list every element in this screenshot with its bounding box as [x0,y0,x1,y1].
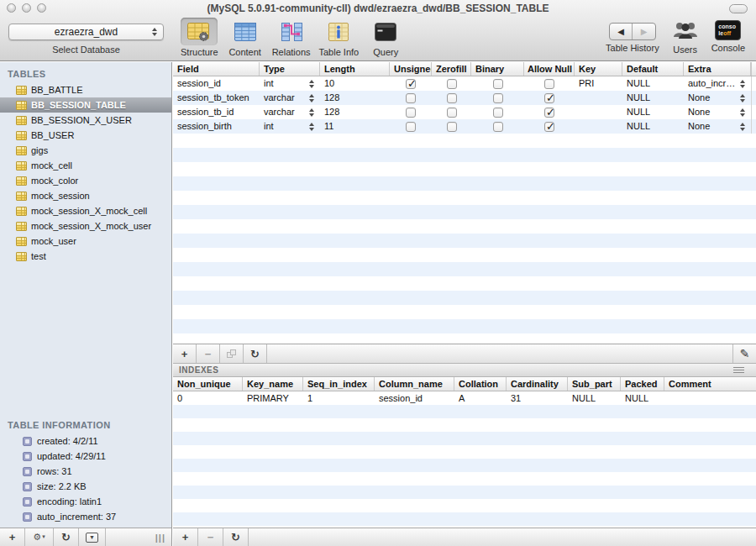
column-header-length[interactable]: Length [320,62,390,76]
extra-stepper[interactable] [740,80,745,88]
unsigned-checkbox[interactable] [406,122,416,132]
sidebar-table-item[interactable]: gigs [0,143,171,158]
field-row[interactable]: session_tb_tokenvarchar128NULLNone [173,91,756,105]
zerofill-checkbox[interactable] [447,93,457,103]
sidebar-table-item[interactable]: mock_cell [0,158,171,173]
add-index-button[interactable]: + [173,528,198,546]
sidebar-table-item[interactable]: BB_BATTLE [0,82,171,97]
add-field-button[interactable]: + [173,344,197,363]
binary-checkbox[interactable] [493,122,503,132]
field-row[interactable]: session_birthint11NULLNone [173,119,756,134]
extra-cell[interactable]: None [684,119,751,134]
field-name-cell[interactable]: session_tb_id [173,105,260,119]
table-actions-gear-button[interactable]: ⚙ [25,528,54,546]
tab-structure[interactable]: Structure [176,18,223,57]
sidebar-resize-grip[interactable]: ||| [155,533,171,543]
refresh-fields-button[interactable]: ↻ [244,344,267,363]
refresh-indexes-button[interactable]: ↻ [223,528,249,546]
type-cell[interactable]: varchar [260,91,320,105]
duplicate-field-button[interactable] [220,344,244,363]
field-row[interactable]: session_tb_idvarchar128NULLNone [173,105,756,119]
allow-null-checkbox[interactable] [544,93,554,103]
default-cell[interactable]: NULL [622,76,684,91]
allow-null-checkbox[interactable] [544,108,554,118]
type-stepper[interactable] [309,123,314,131]
type-cell[interactable]: int [260,76,320,91]
type-stepper[interactable] [309,94,314,102]
index-row[interactable]: 0PRIMARY1session_idA31NULLNULL [173,391,756,405]
console-tool[interactable]: conso leoff Console [706,18,751,53]
index-header-column-name[interactable]: Column_name [375,377,454,391]
sidebar-table-item[interactable]: mock_user [0,234,171,249]
index-header-collation[interactable]: Collation [454,377,507,391]
indexes-menu-icon[interactable] [733,365,744,375]
column-header-key[interactable]: Key [575,62,622,76]
zerofill-checkbox[interactable] [447,122,457,132]
tab-relations[interactable]: Relations [268,18,315,57]
zerofill-checkbox[interactable] [447,79,457,89]
extra-cell[interactable]: None [684,91,751,105]
field-name-cell[interactable]: session_birth [173,119,260,134]
extra-cell[interactable]: auto_incr… [684,76,751,91]
tab-query[interactable]: Query [363,18,408,57]
index-header-packed[interactable]: Packed [621,377,664,391]
length-cell[interactable]: 128 [320,91,390,105]
remove-index-button[interactable]: − [198,528,223,546]
allow-null-checkbox[interactable] [544,79,554,89]
type-stepper[interactable] [309,108,314,117]
field-row[interactable]: session_idint10PRINULLauto_incr… [173,76,756,91]
toggle-console-drawer-button[interactable]: ▼ [79,528,106,546]
default-cell[interactable]: NULL [622,105,684,119]
default-cell[interactable]: NULL [622,91,684,105]
length-cell[interactable]: 11 [320,119,390,134]
users-tool[interactable]: Users [665,18,706,55]
default-cell[interactable]: NULL [622,119,684,134]
column-header-default[interactable]: Default [622,62,684,76]
index-header-cardinality[interactable]: Cardinality [507,377,568,391]
binary-checkbox[interactable] [493,93,503,103]
column-header-field[interactable]: Field [173,62,260,76]
sidebar-table-item[interactable]: mock_session_X_mock_cell [0,203,171,218]
database-select[interactable]: ezraezra_dwd [8,24,164,40]
length-cell[interactable]: 10 [320,76,390,91]
sidebar-table-item[interactable]: BB_SESSION_X_USER [0,113,171,128]
history-forward-button[interactable]: ▶ [633,24,655,39]
length-cell[interactable]: 128 [320,105,390,119]
field-name-cell[interactable]: session_id [173,76,260,91]
history-back-button[interactable]: ◀ [610,24,633,39]
extra-stepper[interactable] [740,94,745,102]
sidebar-table-item[interactable]: test [0,249,171,264]
sidebar-table-item[interactable]: mock_session [0,188,171,203]
extra-cell[interactable]: None [684,105,751,119]
index-header-seq-in-index[interactable]: Seq_in_index [303,377,375,391]
column-header-extra[interactable]: Extra [684,62,751,76]
field-name-cell[interactable]: session_tb_token [173,91,260,105]
sidebar-table-item[interactable]: BB_USER [0,128,171,143]
type-stepper[interactable] [309,80,314,88]
refresh-tables-button[interactable]: ↻ [54,528,79,546]
index-header-non-unique[interactable]: Non_unique [173,377,243,391]
index-header-key-name[interactable]: Key_name [243,377,303,391]
column-header-allow-null[interactable]: Allow Null [524,62,575,76]
index-header-sub-part[interactable]: Sub_part [568,377,621,391]
extra-stepper[interactable] [740,123,745,131]
zerofill-checkbox[interactable] [447,108,457,118]
unsigned-checkbox[interactable] [406,93,416,103]
tab-table-info[interactable]: Table Info [315,18,364,57]
toolbar-toggle-pill[interactable] [729,4,748,13]
column-header-unsigned[interactable]: Unsigned [390,62,432,76]
column-header-type[interactable]: Type [260,62,320,76]
unsigned-checkbox[interactable] [406,79,416,89]
sidebar-table-item[interactable]: mock_session_X_mock_user [0,218,171,234]
type-cell[interactable]: varchar [260,105,320,119]
unsigned-checkbox[interactable] [406,108,416,118]
index-header-comment[interactable]: Comment [664,377,756,391]
binary-checkbox[interactable] [493,79,503,89]
remove-field-button[interactable]: − [197,344,220,363]
column-header-zerofill[interactable]: Zerofill [432,62,471,76]
tab-content[interactable]: Content [223,18,268,57]
sidebar-table-item[interactable]: BB_SESSION_TABLE [0,97,171,113]
sidebar-table-item[interactable]: mock_color [0,173,171,188]
add-table-button[interactable]: + [0,528,25,546]
column-header-binary[interactable]: Binary [471,62,524,76]
